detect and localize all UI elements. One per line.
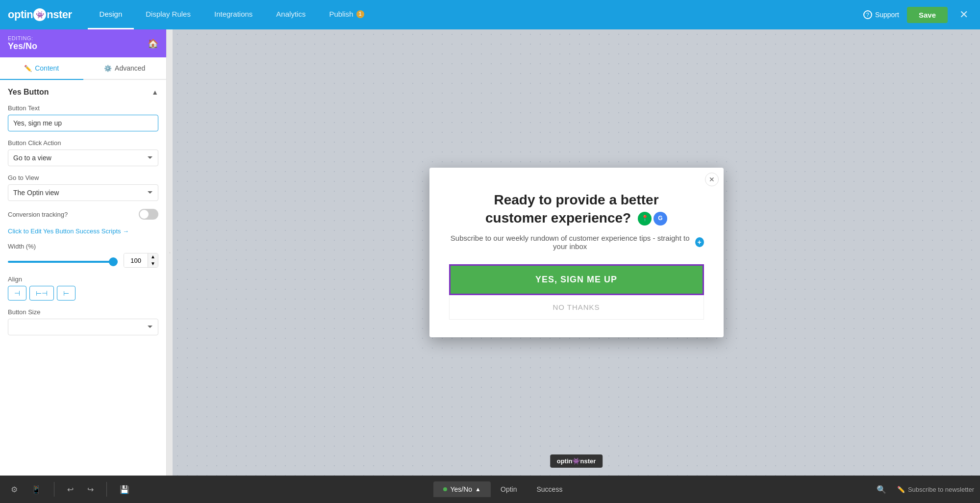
conversion-tracking-row: Conversion tracking? — [8, 209, 158, 220]
conversion-tracking-toggle[interactable] — [139, 209, 158, 220]
popup-icons: 📍 G — [638, 212, 667, 226]
canvas-area: ✕ Ready to provide a better customer exp… — [173, 29, 980, 476]
popup-modal: ✕ Ready to provide a better customer exp… — [429, 168, 724, 337]
editing-value: Yes/No — [8, 41, 37, 51]
home-button[interactable]: 🏠 — [148, 38, 158, 49]
button-text-group: Button Text — [8, 104, 158, 131]
button-size-select[interactable] — [8, 319, 158, 335]
bottom-tab-success[interactable]: Success — [527, 481, 572, 497]
sidebar: EDITING: Yes/No 🏠 ✏️ Content ⚙️ Advanced… — [0, 29, 167, 476]
sidebar-header: EDITING: Yes/No 🏠 — [0, 29, 166, 57]
resize-dots: · · · — [168, 252, 172, 252]
icon-blue-g: G — [653, 212, 667, 226]
top-nav: optin 👾 nster Design Display Rules Integ… — [0, 0, 980, 29]
support-button[interactable]: ? Support — [863, 10, 899, 19]
button-size-group: Button Size — [8, 308, 158, 335]
bottom-tabs: Yes/No ▲ Optin Success — [134, 481, 872, 497]
popup-content: Ready to provide a better customer exper… — [429, 168, 724, 337]
align-label: Align — [8, 276, 158, 283]
width-down-arrow[interactable]: ▼ — [148, 260, 158, 267]
search-button[interactable]: 🔍 — [872, 482, 891, 497]
close-button[interactable]: ✕ — [955, 6, 972, 23]
save-draft-button[interactable]: 💾 — [115, 482, 134, 497]
button-text-input[interactable] — [8, 115, 158, 131]
editing-label: EDITING: — [8, 35, 37, 41]
align-row: ⊣ ⊢⊣ ⊢ — [8, 286, 158, 301]
nav-tabs: Design Display Rules Integrations Analyt… — [88, 0, 863, 29]
redo-button[interactable]: ↪ — [82, 482, 99, 497]
yes-button[interactable]: YES, SIGN ME UP — [449, 264, 704, 295]
popup-subtitle: Subscribe to our weekly rundown of custo… — [449, 234, 704, 251]
om-footer-logo: optin👾nster — [550, 454, 603, 468]
nav-tab-design[interactable]: Design — [88, 0, 134, 29]
button-click-action-select[interactable]: Go to a view — [8, 150, 158, 166]
go-to-view-select[interactable]: The Optin view — [8, 184, 158, 201]
undo-button[interactable]: ↩ — [62, 482, 78, 497]
tab-advanced[interactable]: ⚙️ Advanced — [83, 57, 167, 79]
no-button[interactable]: NO THANKS — [449, 295, 704, 320]
save-button[interactable]: Save — [907, 7, 948, 23]
nav-tab-analytics[interactable]: Analytics — [264, 0, 317, 29]
align-right-button[interactable]: ⊢ — [57, 286, 75, 301]
sidebar-tabs: ✏️ Content ⚙️ Advanced — [0, 57, 166, 80]
go-to-view-group: Go to View The Optin view — [8, 174, 158, 201]
align-center-button[interactable]: ⊢⊣ — [29, 286, 54, 301]
logo: optin 👾 nster — [8, 8, 72, 21]
button-text-label: Button Text — [8, 104, 158, 112]
align-left-button[interactable]: ⊣ — [8, 286, 26, 301]
go-to-view-label: Go to View — [8, 174, 158, 181]
section-header: Yes Button ▲ — [8, 88, 158, 97]
icon-green: 📍 — [638, 212, 652, 226]
bottom-right: 🔍 ✏️ Subscribe to newsletter — [872, 482, 974, 497]
main-layout: EDITING: Yes/No 🏠 ✏️ Content ⚙️ Advanced… — [0, 29, 980, 476]
button-size-label: Button Size — [8, 308, 158, 316]
plus-icon[interactable]: + — [695, 237, 704, 247]
bottom-tab-optin[interactable]: Optin — [491, 481, 527, 497]
width-row: 100 ▲ ▼ — [8, 253, 158, 268]
sidebar-content: Yes Button ▲ Button Text Button Click Ac… — [0, 80, 166, 476]
button-click-action-label: Button Click Action — [8, 139, 158, 147]
conversion-tracking-label: Conversion tracking? — [8, 211, 68, 218]
bottom-tab-yesno[interactable]: Yes/No ▲ — [433, 481, 491, 497]
bottom-divider-1 — [54, 482, 54, 497]
canvas-inner: ✕ Ready to provide a better customer exp… — [173, 29, 980, 476]
om-footer: optin👾nster — [550, 454, 603, 468]
edit-icon: ✏️ — [897, 486, 905, 493]
width-up-arrow[interactable]: ▲ — [148, 253, 158, 260]
mobile-icon-button[interactable]: 📱 — [26, 482, 46, 497]
nav-tab-integrations[interactable]: Integrations — [202, 0, 264, 29]
popup-title: Ready to provide a better customer exper… — [449, 191, 704, 227]
button-click-action-group: Button Click Action Go to a view — [8, 139, 158, 166]
align-group: Align ⊣ ⊢⊣ ⊢ — [8, 276, 158, 301]
publish-badge: 1 — [356, 10, 364, 18]
tab-content[interactable]: ✏️ Content — [0, 57, 83, 80]
width-slider[interactable] — [8, 261, 118, 263]
width-number-input[interactable]: 100 — [124, 253, 148, 267]
nav-tab-display-rules[interactable]: Display Rules — [134, 0, 202, 29]
width-label: Width (%) — [8, 243, 158, 250]
bottom-icons: ⚙ 📱 ↩ ↪ 💾 — [6, 482, 134, 497]
chevron-up-icon: ▲ — [475, 486, 481, 493]
section-title: Yes Button — [8, 88, 49, 97]
bottom-bar: ⚙ 📱 ↩ ↪ 💾 Yes/No ▲ Optin Success 🔍 ✏️ Su… — [0, 476, 980, 503]
collapse-button[interactable]: ▲ — [151, 88, 158, 96]
width-group: Width (%) 100 ▲ ▼ — [8, 243, 158, 268]
subscribe-button[interactable]: ✏️ Subscribe to newsletter — [897, 486, 974, 493]
resize-handle[interactable]: · · · — [167, 29, 173, 476]
popup-close-button[interactable]: ✕ — [705, 173, 719, 186]
bottom-divider-2 — [106, 482, 107, 497]
width-number-wrap: 100 ▲ ▼ — [124, 253, 158, 268]
width-slider-container — [8, 256, 118, 265]
nav-right: ? Support Save ✕ — [863, 6, 972, 23]
nav-tab-publish[interactable]: Publish 1 — [317, 0, 376, 29]
settings-icon-button[interactable]: ⚙ — [6, 482, 23, 497]
width-arrows: ▲ ▼ — [148, 253, 158, 267]
green-dot — [443, 487, 447, 491]
success-scripts-link[interactable]: Click to Edit Yes Button Success Scripts… — [8, 227, 158, 235]
